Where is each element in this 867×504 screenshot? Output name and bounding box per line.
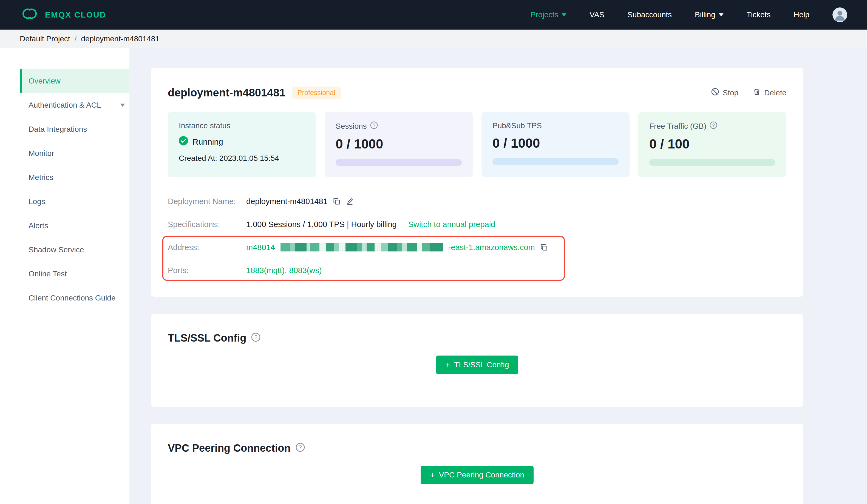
deployment-title: deployment-m4801481 bbox=[168, 87, 286, 99]
add-tls-config-button[interactable]: + TLS/SSL Config bbox=[436, 355, 518, 374]
nav-vas[interactable]: VAS bbox=[589, 10, 604, 19]
deployment-name-label: Deployment Name: bbox=[168, 197, 246, 206]
ports-label: Ports: bbox=[168, 266, 246, 275]
nav-help-label: Help bbox=[793, 10, 810, 19]
nav-projects[interactable]: Projects bbox=[531, 10, 567, 19]
address-redacted-mosaic bbox=[280, 243, 443, 251]
svg-text:?: ? bbox=[299, 444, 302, 450]
nav-help[interactable]: Help bbox=[793, 10, 810, 19]
tls-section-title: TLS/SSL Config bbox=[168, 332, 246, 344]
deployment-details: Deployment Name: deployment-m4801481 Spe… bbox=[168, 196, 786, 276]
stat-value: 0 / 100 bbox=[649, 136, 775, 152]
stat-label: Instance status bbox=[179, 121, 230, 130]
brand[interactable]: EMQX CLOUD bbox=[20, 8, 106, 22]
trash-icon bbox=[753, 88, 761, 98]
help-icon[interactable]: ? bbox=[710, 121, 717, 131]
nav-subaccounts-label: Subaccounts bbox=[627, 10, 672, 19]
main-content: deployment-m4801481 Professional Stop De… bbox=[129, 48, 867, 504]
sidebar-item-label: Client Connections Guide bbox=[29, 294, 116, 303]
sidebar-item-label: Metrics bbox=[29, 173, 53, 182]
connection-address-group: Address: m48014-east-1.amazonaws.com Por… bbox=[168, 242, 786, 276]
sidebar-item-monitor[interactable]: Monitor bbox=[20, 141, 129, 165]
svg-text:?: ? bbox=[255, 334, 257, 340]
specifications-value: 1,000 Sessions / 1,000 TPS | Hourly bill… bbox=[246, 220, 397, 229]
nav-vas-label: VAS bbox=[589, 10, 604, 19]
deployment-overview-card: deployment-m4801481 Professional Stop De… bbox=[151, 68, 803, 297]
stop-label: Stop bbox=[722, 88, 738, 97]
sidebar-item-logs[interactable]: Logs bbox=[20, 189, 129, 213]
breadcrumb: Default Project / deployment-m4801481 bbox=[0, 30, 867, 48]
instance-status-text: Running bbox=[192, 137, 223, 146]
chevron-down-icon bbox=[120, 103, 125, 107]
created-at-text: Created At: 2023.01.05 15:54 bbox=[179, 154, 305, 163]
ports-value: 1883(mqtt), 8083(ws) bbox=[246, 266, 322, 275]
edit-icon[interactable] bbox=[346, 197, 354, 206]
stat-card-instance-status: Instance status Running Created At: 2023… bbox=[168, 112, 316, 177]
stat-value: 0 / 1000 bbox=[335, 136, 462, 152]
top-navbar: EMQX CLOUD Projects VAS Subaccounts Bill… bbox=[0, 0, 867, 30]
sidebar-item-data-integrations[interactable]: Data Integrations bbox=[20, 117, 129, 141]
breadcrumb-separator: / bbox=[75, 34, 77, 43]
sidebar-item-authentication-acl[interactable]: Authentication & ACL bbox=[20, 93, 129, 117]
stat-card-sessions: Sessions ? 0 / 1000 bbox=[325, 112, 473, 177]
chevron-down-icon bbox=[561, 13, 567, 17]
sidebar: Overview Authentication & ACL Data Integ… bbox=[0, 48, 129, 504]
nav-subaccounts[interactable]: Subaccounts bbox=[627, 10, 672, 19]
stat-label: Free Traffic (GB) bbox=[649, 122, 706, 131]
breadcrumb-deployment: deployment-m4801481 bbox=[81, 34, 159, 43]
sidebar-item-online-test[interactable]: Online Test bbox=[20, 262, 129, 286]
nav-tickets[interactable]: Tickets bbox=[747, 10, 771, 19]
sidebar-item-shadow-service[interactable]: Shadow Service bbox=[20, 238, 129, 262]
svg-text:?: ? bbox=[373, 123, 375, 128]
brand-name: EMQX CLOUD bbox=[45, 10, 106, 20]
address-label: Address: bbox=[168, 243, 246, 252]
svg-text:?: ? bbox=[712, 123, 715, 128]
vpc-peering-card: VPC Peering Connection ? + VPC Peering C… bbox=[151, 424, 803, 504]
nav-projects-label: Projects bbox=[531, 10, 558, 19]
sidebar-item-metrics[interactable]: Metrics bbox=[20, 165, 129, 189]
sidebar-item-alerts[interactable]: Alerts bbox=[20, 213, 129, 238]
switch-annual-prepaid-link[interactable]: Switch to annual prepaid bbox=[408, 220, 495, 229]
help-icon[interactable]: ? bbox=[251, 332, 260, 344]
stats-row: Instance status Running Created At: 2023… bbox=[168, 112, 786, 177]
button-label: VPC Peering Connection bbox=[439, 471, 524, 479]
emqx-logo-icon bbox=[20, 8, 40, 22]
delete-label: Delete bbox=[764, 88, 786, 97]
plus-icon: + bbox=[430, 471, 435, 479]
add-vpc-peering-button[interactable]: + VPC Peering Connection bbox=[421, 465, 534, 484]
address-prefix: m48014 bbox=[246, 243, 275, 252]
help-icon[interactable]: ? bbox=[296, 443, 305, 454]
sidebar-item-label: Online Test bbox=[29, 270, 67, 278]
sidebar-item-client-connections-guide[interactable]: Client Connections Guide bbox=[20, 286, 129, 310]
check-circle-icon bbox=[179, 136, 188, 147]
specifications-label: Specifications: bbox=[168, 220, 246, 229]
breadcrumb-project[interactable]: Default Project bbox=[20, 34, 70, 43]
sidebar-item-label: Data Integrations bbox=[29, 125, 87, 134]
stat-label: Pub&Sub TPS bbox=[492, 121, 542, 130]
stat-value: 0 / 1000 bbox=[492, 135, 619, 151]
stat-card-free-traffic: Free Traffic (GB) ? 0 / 100 bbox=[638, 112, 786, 177]
progress-bar bbox=[335, 159, 462, 166]
stat-label: Sessions bbox=[335, 122, 367, 131]
stat-card-pubsub-tps: Pub&Sub TPS 0 / 1000 bbox=[481, 112, 630, 177]
user-avatar[interactable] bbox=[833, 8, 847, 22]
progress-bar bbox=[649, 159, 775, 166]
help-icon[interactable]: ? bbox=[370, 121, 378, 131]
nav-billing[interactable]: Billing bbox=[695, 10, 724, 19]
sidebar-item-label: Overview bbox=[29, 77, 61, 86]
navbar-menu: Projects VAS Subaccounts Billing Tickets… bbox=[531, 8, 847, 22]
copy-icon[interactable] bbox=[540, 243, 548, 251]
sidebar-item-label: Logs bbox=[29, 197, 45, 206]
deployment-name-value: deployment-m4801481 bbox=[246, 197, 328, 206]
stop-button[interactable]: Stop bbox=[711, 88, 738, 98]
copy-icon[interactable] bbox=[333, 197, 341, 206]
delete-button[interactable]: Delete bbox=[753, 88, 786, 98]
stop-icon bbox=[711, 88, 719, 98]
progress-bar bbox=[492, 158, 619, 165]
sidebar-item-overview[interactable]: Overview bbox=[20, 69, 129, 93]
address-suffix: -east-1.amazonaws.com bbox=[448, 243, 535, 252]
nav-tickets-label: Tickets bbox=[747, 10, 771, 19]
nav-billing-label: Billing bbox=[695, 10, 715, 19]
sidebar-item-label: Shadow Service bbox=[29, 245, 84, 254]
vpc-section-title: VPC Peering Connection bbox=[168, 442, 291, 454]
